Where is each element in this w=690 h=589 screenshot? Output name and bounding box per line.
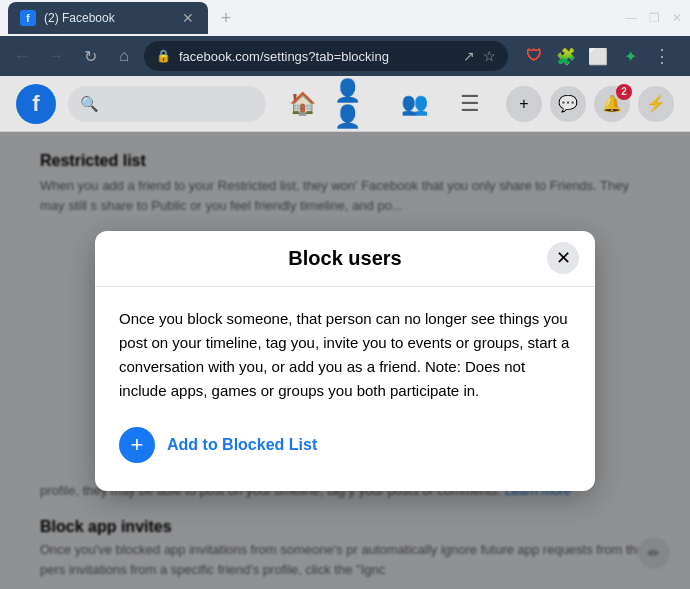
fb-nav-home[interactable]: 🏠	[278, 80, 326, 128]
browser-chrome: f (2) Facebook ✕ + — ❐ ✕ ← → ↻ ⌂ 🔒 faceb…	[0, 0, 690, 76]
fb-profile-button[interactable]: ⚡	[638, 86, 674, 122]
lock-icon: 🔒	[156, 49, 171, 63]
maximize-button[interactable]: ❐	[649, 11, 660, 25]
fb-notifications-button[interactable]: 🔔 2	[594, 86, 630, 122]
modal-close-button[interactable]: ✕	[547, 242, 579, 274]
add-icon: +	[119, 427, 155, 463]
fb-nav-groups[interactable]: 👥	[390, 80, 438, 128]
back-button[interactable]: ←	[8, 42, 36, 70]
search-icon: 🔍	[80, 95, 99, 113]
block-users-modal: Block users ✕ Once you block someone, th…	[95, 231, 595, 491]
tab-title: (2) Facebook	[44, 11, 172, 25]
forward-button[interactable]: →	[42, 42, 70, 70]
page-content: Restricted list When you add a friend to…	[0, 132, 690, 589]
ext-icon-3[interactable]: ✦	[618, 44, 642, 68]
tab-bar: f (2) Facebook ✕ + — ❐ ✕	[0, 0, 690, 36]
tab-favicon: f	[20, 10, 36, 26]
url-bar[interactable]: 🔒 facebook.com/settings?tab=blocking ↗ ☆	[144, 41, 508, 71]
modal-overlay: Block users ✕ Once you block someone, th…	[0, 132, 690, 589]
fb-messenger-button[interactable]: 💬	[550, 86, 586, 122]
search-bar[interactable]: 🔍	[68, 86, 266, 122]
fb-nav-icons: 🏠 👤👤 👥 ☰	[278, 80, 494, 128]
facebook-header: f 🔍 🏠 👤👤 👥 ☰ + 💬 🔔 2 ⚡	[0, 76, 690, 132]
url-text: facebook.com/settings?tab=blocking	[179, 49, 389, 64]
add-to-blocked-list-button[interactable]: + Add to Blocked List	[119, 427, 317, 463]
address-bar: ← → ↻ ⌂ 🔒 facebook.com/settings?tab=bloc…	[0, 36, 690, 76]
modal-title: Block users	[288, 247, 401, 269]
browser-tab[interactable]: f (2) Facebook ✕	[8, 2, 208, 34]
new-tab-button[interactable]: +	[212, 4, 240, 32]
fb-nav-friends[interactable]: 👤👤	[334, 80, 382, 128]
share-icon[interactable]: ↗	[463, 48, 475, 64]
modal-header: Block users ✕	[95, 231, 595, 287]
ext-icon-puzzle[interactable]: 🧩	[554, 44, 578, 68]
url-right-icons: ↗ ☆	[463, 48, 496, 64]
notifications-badge: 2	[616, 84, 632, 100]
modal-body: Once you block someone, that person can …	[95, 287, 595, 491]
fb-plus-button[interactable]: +	[506, 86, 542, 122]
ext-icon-2[interactable]: ⬜	[586, 44, 610, 68]
tab-close-button[interactable]: ✕	[180, 10, 196, 26]
close-button[interactable]: ✕	[672, 11, 682, 25]
fb-right-icons: + 💬 🔔 2 ⚡	[506, 86, 674, 122]
home-button[interactable]: ⌂	[110, 42, 138, 70]
fb-nav-menu[interactable]: ☰	[446, 80, 494, 128]
browser-extensions: 🛡 🧩 ⬜ ✦ ⋮	[514, 44, 682, 68]
browser-menu[interactable]: ⋮	[650, 44, 674, 68]
tab-right-controls: — ❐ ✕	[625, 11, 682, 25]
facebook-logo: f	[16, 84, 56, 124]
refresh-button[interactable]: ↻	[76, 42, 104, 70]
modal-description: Once you block someone, that person can …	[119, 307, 571, 403]
bookmark-icon[interactable]: ☆	[483, 48, 496, 64]
minimize-button[interactable]: —	[625, 11, 637, 25]
add-btn-label: Add to Blocked List	[167, 436, 317, 454]
ext-icon-1[interactable]: 🛡	[522, 44, 546, 68]
